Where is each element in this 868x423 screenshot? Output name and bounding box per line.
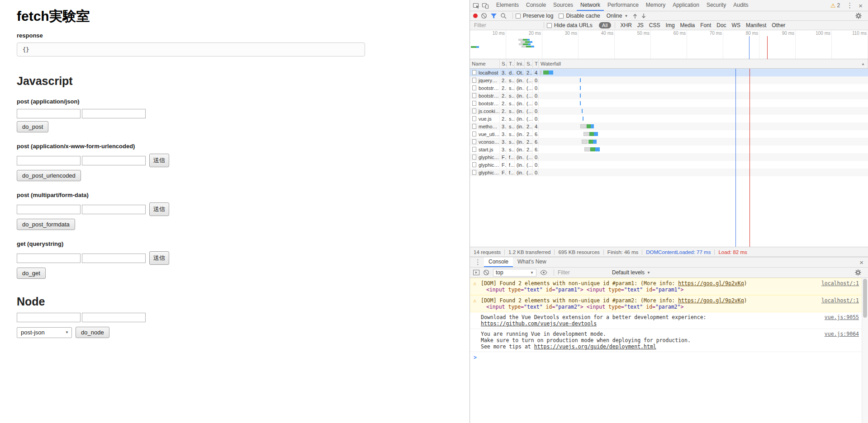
tab-application[interactable]: Application — [669, 0, 703, 11]
type-filter-css[interactable]: CSS — [646, 22, 663, 28]
hide-data-urls-checkbox[interactable] — [547, 23, 552, 28]
column-header-initiator[interactable]: Ini… — [515, 59, 525, 68]
clear-console-icon[interactable] — [483, 269, 489, 276]
network-row[interactable]: bootstr… 2… s… (in… (… 0… — [470, 84, 868, 92]
network-row[interactable]: localhost 3… d… Ot… 2… 4… — [470, 69, 868, 76]
drawer-close-icon[interactable]: × — [857, 258, 866, 266]
type-filter-img[interactable]: Img — [663, 22, 678, 28]
more-info-link[interactable]: https://goo.gl/9p2vKq — [678, 297, 744, 304]
console-sidebar-icon[interactable] — [473, 270, 479, 275]
search-icon[interactable] — [500, 13, 507, 19]
tab-network[interactable]: Network — [577, 0, 604, 11]
network-settings-gear-icon[interactable] — [855, 13, 862, 19]
type-filter-all[interactable]: All — [599, 22, 611, 28]
network-timeline-overview[interactable]: 10 ms 20 ms 30 ms 40 ms 50 ms 60 ms 70 m… — [470, 30, 868, 59]
type-filter-font[interactable]: Font — [697, 22, 714, 28]
tab-performance[interactable]: Performance — [604, 0, 642, 11]
network-row[interactable]: glyphic… F… f… (in… (… 0… — [470, 169, 868, 176]
export-har-icon[interactable] — [641, 13, 646, 19]
network-row[interactable]: start.js 3… s… (in… 2… 6… — [470, 146, 868, 153]
formdata-param2-input[interactable] — [82, 205, 146, 214]
urlencoded-submit-button[interactable]: 送信 — [149, 154, 169, 167]
vue-devtools-link[interactable]: https://github.com/vuejs/vue-devtools — [481, 320, 597, 327]
network-filter-input[interactable] — [473, 22, 541, 28]
do-post-urlencoded-button[interactable]: do_post_urlencoded — [17, 170, 81, 181]
record-button[interactable] — [473, 14, 478, 18]
tab-security[interactable]: Security — [703, 0, 730, 11]
message-source-link[interactable]: localhost/:1 — [821, 280, 859, 287]
throttling-select[interactable]: Online ▼ — [607, 13, 628, 19]
tab-memory[interactable]: Memory — [642, 0, 669, 11]
column-header-time[interactable]: T… — [533, 59, 539, 68]
network-row[interactable]: glyphic… F… f… (in… (… 0… — [470, 153, 868, 161]
message-source-link[interactable]: vue.js:9064 — [825, 331, 859, 337]
console-scrollbar[interactable] — [862, 278, 868, 423]
clear-network-icon[interactable] — [481, 13, 487, 19]
vue-deployment-link[interactable]: https://vuejs.org/guide/deployment.html — [534, 343, 656, 350]
console-prompt[interactable]: > — [470, 352, 868, 361]
type-filter-xhr[interactable]: XHR — [618, 22, 635, 28]
network-row[interactable]: jquery… 2… s… (in… (… 0… — [470, 76, 868, 84]
json-param1-input[interactable] — [17, 109, 81, 118]
column-header-status[interactable]: S… — [500, 59, 507, 68]
filter-funnel-icon[interactable] — [490, 13, 497, 19]
network-row[interactable]: glyphic… F… f… (in… (… 0… — [470, 161, 868, 169]
network-row[interactable]: bootstr… 2… s… (in… (… 0… — [470, 92, 868, 99]
network-row[interactable]: metho… 3… s… (in… 2… 4… — [470, 122, 868, 130]
tab-console[interactable]: Console — [522, 0, 550, 11]
formdata-param1-input[interactable] — [17, 205, 81, 214]
drawer-tab-whats-new[interactable]: What's New — [513, 257, 551, 267]
eye-icon[interactable] — [540, 270, 547, 275]
do-get-button[interactable]: do_get — [17, 268, 46, 279]
network-row[interactable]: vconso… 3… s… (in… 2… 6… — [470, 138, 868, 146]
console-settings-gear-icon[interactable] — [855, 269, 861, 276]
network-row[interactable]: vue.js 2… s… (in… (… 0… — [470, 115, 868, 122]
execution-context-select[interactable]: top ▼ — [493, 269, 536, 277]
drawer-menu-icon[interactable]: ⋮ — [472, 258, 484, 266]
node-param1-input[interactable] — [17, 313, 81, 322]
get-param1-input[interactable] — [17, 254, 81, 263]
message-source-link[interactable]: vue.js:9055 — [825, 314, 859, 320]
inspect-icon[interactable] — [473, 2, 480, 9]
drawer-tab-console[interactable]: Console — [484, 257, 513, 267]
do-post-formdata-button[interactable]: do_post_formdata — [17, 219, 75, 230]
urlencoded-param1-input[interactable] — [17, 156, 81, 165]
log-levels-select[interactable]: Default levels ▼ — [612, 269, 650, 276]
message-source-link[interactable]: localhost/:1 — [821, 297, 859, 304]
warning-badge[interactable]: ⚠ 2 — [830, 2, 840, 9]
type-filter-doc[interactable]: Doc — [714, 22, 729, 28]
import-har-icon[interactable] — [632, 13, 638, 19]
node-mode-select[interactable]: post-json ▼ — [17, 327, 72, 338]
tab-sources[interactable]: Sources — [550, 0, 577, 11]
do-post-button[interactable]: do_post — [17, 121, 48, 132]
formdata-submit-button[interactable]: 送信 — [149, 202, 169, 216]
network-row[interactable]: js.cooki… 2… s… (in… (… 0… — [470, 107, 868, 115]
type-filter-media[interactable]: Media — [678, 22, 698, 28]
tab-audits[interactable]: Audits — [730, 0, 752, 11]
node-param2-input[interactable] — [82, 313, 146, 322]
json-param2-input[interactable] — [82, 109, 146, 118]
preserve-log-checkbox[interactable] — [516, 14, 521, 19]
type-filter-other[interactable]: Other — [769, 22, 788, 28]
disable-cache-checkbox[interactable] — [559, 14, 564, 19]
get-submit-button[interactable]: 送信 — [149, 251, 169, 265]
get-param2-input[interactable] — [82, 254, 146, 263]
column-header-name[interactable]: Name — [470, 59, 500, 68]
device-toolbar-icon[interactable] — [482, 2, 489, 9]
tab-elements[interactable]: Elements — [493, 0, 522, 11]
urlencoded-param2-input[interactable] — [82, 156, 146, 165]
network-row[interactable]: bootstr… 2… s… (in… (… 0… — [470, 99, 868, 107]
column-header-type[interactable]: T… — [507, 59, 515, 68]
network-row[interactable]: vue_uti… 3… s… (in… 2… 6… — [470, 130, 868, 138]
type-filter-manifest[interactable]: Manifest — [743, 22, 769, 28]
close-devtools-icon[interactable]: × — [856, 2, 865, 9]
more-options-icon[interactable]: ⋮ — [844, 1, 856, 9]
type-filter-ws[interactable]: WS — [729, 22, 743, 28]
column-header-size[interactable]: S… — [525, 59, 533, 68]
more-info-link[interactable]: https://goo.gl/9p2vKq — [678, 280, 744, 287]
column-header-waterfall[interactable]: Waterfall ▲ — [539, 59, 868, 68]
scrollbar-thumb[interactable] — [863, 279, 867, 318]
type-filter-js[interactable]: JS — [635, 22, 646, 28]
do-node-button[interactable]: do_node — [76, 327, 109, 338]
console-filter-input[interactable] — [557, 269, 611, 276]
